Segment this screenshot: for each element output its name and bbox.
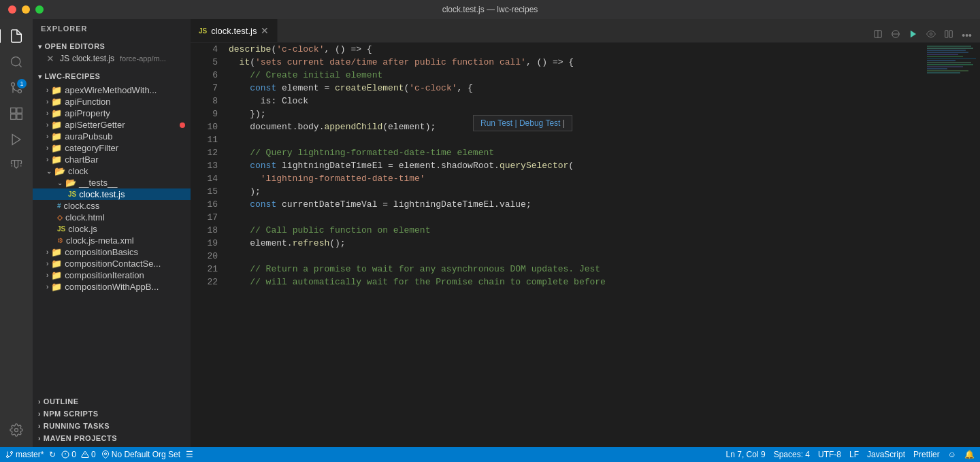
activity-settings[interactable] [5, 418, 28, 442]
activity-search[interactable] [5, 50, 28, 73]
close-button[interactable] [8, 5, 16, 14]
lwc-recipes-header[interactable]: ▾ LWC-RECIPES [33, 71, 191, 82]
folder-chevron: › [46, 86, 48, 94]
feedback-button[interactable]: ☺ [948, 450, 956, 459]
folder-chevron: › [46, 98, 48, 105]
source-control-badge: 1 [17, 79, 27, 88]
sync-status[interactable]: ↻ [49, 450, 56, 459]
open-editors-section: ▾ OPEN EDITORS ✕ JS clock.test.js force-… [33, 38, 191, 68]
encoding-setting[interactable]: UTF-8 [818, 450, 841, 459]
run-test-popup[interactable]: Run Test | Debug Test | [473, 115, 572, 131]
folder-label: apiSetterGetter [65, 120, 125, 130]
eol-setting[interactable]: LF [849, 450, 859, 459]
activity-source-control[interactable]: 1 [5, 76, 28, 99]
more-actions-button[interactable]: ••• [959, 29, 975, 42]
activity-test[interactable] [5, 154, 28, 177]
line-num: 18 [191, 224, 218, 237]
tab-actions: ••• [865, 28, 980, 42]
open-editor-path: force-app/m... [120, 54, 166, 63]
folder-chevron: › [46, 260, 48, 267]
tree-item-apiSetterGetter[interactable]: › 📁 apiSetterGetter [33, 119, 191, 131]
activity-explorer[interactable] [5, 24, 28, 48]
npm-scripts-section[interactable]: › NPM SCRIPTS [33, 408, 191, 420]
language-mode[interactable]: JavaScript [867, 450, 905, 459]
folder-label: __tests__ [79, 178, 117, 188]
maven-projects-section[interactable]: › MAVEN PROJECTS [33, 432, 191, 444]
svg-line-1 [19, 65, 22, 67]
tree-item-tests[interactable]: ⌄ 📂 __tests__ [33, 177, 191, 188]
open-editor-item[interactable]: ✕ JS clock.test.js force-app/m... [33, 52, 191, 65]
sidebar-header: EXPLORER [33, 19, 191, 38]
tree-item-clock-meta[interactable]: ⚙ clock.js-meta.xml [33, 235, 191, 246]
activity-extensions[interactable] [5, 102, 28, 125]
open-editors-header[interactable]: ▾ OPEN EDITORS [33, 41, 191, 52]
tab-clock-test-js[interactable]: JS clock.test.js ✕ [191, 19, 278, 42]
tree-item-compositionContactSe[interactable]: › 📁 compositionContactSe... [33, 258, 191, 269]
folder-label: apiFunction [65, 97, 110, 107]
run-button[interactable] [906, 28, 921, 42]
tree-item-clock-css[interactable]: # clock.css [33, 200, 191, 212]
spaces-setting[interactable]: Spaces: 4 [774, 450, 810, 459]
tree-item-clock[interactable]: ⌄ 📂 clock [33, 165, 191, 177]
running-tasks-chevron: › [38, 423, 41, 430]
code-content[interactable]: describe('c-clock', () => { it('sets cur… [223, 43, 926, 447]
tree-item-compositionIteration[interactable]: › 📁 compositionIteration [33, 269, 191, 281]
line-num: 14 [191, 172, 218, 185]
code-line-8: is: Clock [229, 95, 926, 108]
folder-icon: 📁 [51, 108, 62, 118]
maximize-button[interactable] [35, 5, 44, 14]
tree-item-clock-js[interactable]: JS clock.js [33, 223, 191, 235]
status-bar: master* ↻ 0 0 No Default Org Set ☰ [0, 447, 980, 462]
split-view-button[interactable] [941, 28, 956, 42]
formatter-setting[interactable]: Prettier [913, 450, 940, 459]
file-label: clock.css [64, 201, 100, 211]
minimize-button[interactable] [22, 5, 30, 14]
tab-close-button[interactable]: ✕ [261, 25, 269, 36]
tree-item-apiFunction[interactable]: › 📁 apiFunction [33, 96, 191, 108]
bell-icon: 🔔 [964, 450, 975, 459]
code-line-19: element.refresh(); [229, 237, 926, 250]
split-editor-button[interactable] [870, 28, 885, 42]
tree-item-clock-test-js[interactable]: JS clock.test.js [33, 188, 191, 200]
file-close-icon[interactable]: ✕ [46, 53, 54, 64]
running-tasks-section[interactable]: › RUNNING TASKS [33, 420, 191, 432]
activity-run[interactable] [5, 128, 28, 151]
folder-chevron: › [46, 156, 48, 163]
run-test-label: Run Test | Debug Test [480, 118, 560, 128]
tree-item-categoryFilter[interactable]: › 📁 categoryFilter [33, 142, 191, 154]
menu-button[interactable]: ☰ [186, 450, 193, 459]
css-icon: # [57, 202, 61, 210]
menu-icon: ☰ [186, 450, 193, 459]
branch-name: master* [16, 450, 44, 459]
sync-icon: ↻ [49, 450, 56, 459]
tree-item-compositionBasics[interactable]: › 📁 compositionBasics [33, 246, 191, 258]
cursor-position[interactable]: Ln 7, Col 9 [726, 450, 766, 459]
notifications-button[interactable]: 🔔 [964, 450, 975, 459]
org-status[interactable]: No Default Org Set [101, 450, 180, 459]
code-line-17 [229, 211, 926, 224]
preview-button[interactable] [924, 28, 938, 42]
tree-item-auraPubsub[interactable]: › 📁 auraPubsub [33, 131, 191, 142]
code-line-4: describe('c-clock', () => { [229, 43, 926, 56]
code-line-6: // Create initial element [229, 69, 926, 82]
folder-chevron-open: ⌄ [46, 167, 52, 175]
status-right: Ln 7, Col 9 Spaces: 4 UTF-8 LF JavaScrip… [726, 450, 975, 459]
outline-section[interactable]: › OUTLINE [33, 395, 191, 408]
tree-item-clock-html[interactable]: ◇ clock.html [33, 212, 191, 223]
tree-item-apiProperty[interactable]: › 📁 apiProperty [33, 108, 191, 119]
eol-label: LF [849, 450, 859, 459]
errors-status[interactable]: 0 0 [61, 450, 95, 459]
folder-label: auraPubsub [65, 131, 112, 142]
tree-item-compositionWithAppB[interactable]: › 📁 compositionWithAppB... [33, 281, 191, 293]
svg-point-20 [7, 456, 9, 458]
tree-item-chartBar[interactable]: › 📁 chartBar [33, 154, 191, 165]
line-num: 8 [191, 95, 218, 108]
folder-icon: 📁 [51, 97, 62, 107]
tree-item-apexWire[interactable]: › 📁 apexWireMethodWith... [33, 84, 191, 96]
layout-button[interactable] [888, 28, 903, 42]
line-num: 7 [191, 82, 218, 95]
code-line-22: // will automatically wait for the Promi… [229, 276, 926, 288]
branch-status[interactable]: master* [5, 450, 44, 459]
code-line-5: it('sets current date/time after public … [229, 56, 926, 69]
folder-icon: 📂 [65, 178, 76, 188]
